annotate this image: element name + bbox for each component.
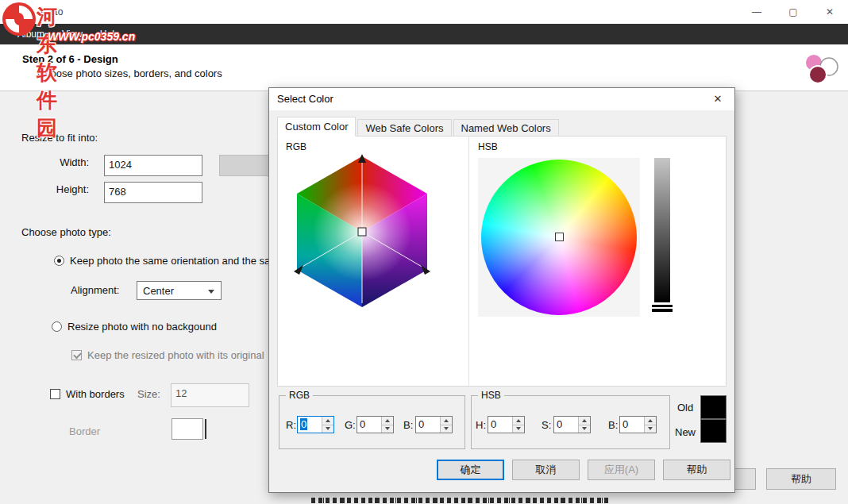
tab-web-safe-colors[interactable]: Web Safe Colors <box>357 119 451 137</box>
dialog-titlebar: Select Color ✕ <box>269 88 734 110</box>
brightness-slider[interactable] <box>654 158 670 302</box>
g-spinner: 0 <box>357 416 394 433</box>
h-label: H: <box>476 419 486 431</box>
photo-type-label: Choose photo type: <box>21 226 111 238</box>
rgb-section-label: RGB <box>286 141 306 152</box>
up-arrow-icon <box>326 419 330 422</box>
border-label: Border <box>69 425 100 437</box>
hsb-b-spinner: 0 <box>619 416 657 433</box>
checkbox-keep-original[interactable] <box>71 350 82 360</box>
apply-button[interactable]: 应用(A) <box>588 460 655 480</box>
hsb-b-spin-up[interactable] <box>645 417 656 425</box>
new-color-swatch <box>700 419 727 443</box>
up-arrow-icon <box>385 419 390 422</box>
b-value[interactable]: 0 <box>416 417 440 433</box>
tab-named-web-colors[interactable]: Named Web Colors <box>453 119 559 137</box>
cancel-button[interactable]: 取消 <box>512 460 580 480</box>
checkbox-keep-original-label: Keep the resized photo with its original <box>87 349 264 361</box>
g-value[interactable]: 0 <box>357 417 381 433</box>
clipped-text-fragment <box>311 498 610 503</box>
photos-circles-icon <box>800 51 842 86</box>
step-subtitle: Choose photo sizes, borders, and colors <box>37 67 222 79</box>
custom-color-panel: RGB <box>277 136 727 387</box>
h-spinner: 0 <box>488 416 525 433</box>
panel-divider <box>468 137 469 386</box>
alignment-label: Alignment: <box>71 284 119 296</box>
hsb-b-spin-down[interactable] <box>645 425 656 433</box>
b-label: B: <box>403 419 413 431</box>
r-spin-up[interactable] <box>322 417 333 425</box>
alignment-value: Center <box>143 285 174 297</box>
h-spin-down[interactable] <box>513 425 524 433</box>
titlebar: Photo — ▢ ✕ <box>0 0 848 24</box>
down-arrow-icon <box>444 427 449 430</box>
r-value[interactable]: 0 <box>298 417 322 433</box>
s-value[interactable]: 0 <box>554 417 578 433</box>
g-spin-down[interactable] <box>382 425 393 433</box>
down-arrow-icon <box>648 427 653 430</box>
b-spinner: 0 <box>415 416 453 433</box>
ok-button[interactable]: 确定 <box>437 460 504 480</box>
height-label: Height: <box>48 183 89 195</box>
alignment-select[interactable]: Center <box>137 281 222 300</box>
dialog-help-button[interactable]: 帮助 <box>663 460 730 480</box>
maximize-button[interactable]: ▢ <box>775 0 811 24</box>
s-label: S: <box>542 419 551 431</box>
up-arrow-icon <box>516 419 521 422</box>
border-color-swatch[interactable] <box>172 418 203 440</box>
hsb-b-label: B: <box>608 419 618 431</box>
r-label: R: <box>286 419 296 431</box>
hsb-wheel-area <box>478 158 640 317</box>
step-title: Step 2 of 6 - Design <box>22 53 118 65</box>
down-arrow-icon <box>516 427 521 430</box>
minimize-button[interactable]: — <box>738 0 775 24</box>
h-value[interactable]: 0 <box>488 417 512 433</box>
rgb-groupbox: RGB R: 0 G: 0 B: 0 <box>279 395 465 449</box>
hsb-section-label: HSB <box>478 141 498 152</box>
menubar: Album View Help <box>0 24 848 44</box>
tab-custom-color[interactable]: Custom Color <box>277 117 356 137</box>
wheel-marker[interactable] <box>555 233 564 241</box>
hsb-groupbox: HSB H: 0 S: 0 B: 0 <box>471 395 670 449</box>
h-spin-up[interactable] <box>513 417 524 425</box>
width-label: Width: <box>48 156 89 168</box>
radio-no-background-label[interactable]: Resize photo with no backgound <box>67 321 217 333</box>
width-input[interactable]: 1024 <box>104 155 202 176</box>
window-title: Photo <box>38 0 63 24</box>
cube-marker[interactable] <box>358 228 366 236</box>
close-button[interactable]: ✕ <box>811 0 848 24</box>
old-color-label: Old <box>677 402 693 414</box>
brightness-slider-handle[interactable] <box>652 305 673 312</box>
dialog-close-button[interactable]: ✕ <box>709 88 727 110</box>
b-spin-up[interactable] <box>441 417 452 425</box>
hsb-color-wheel[interactable] <box>481 160 637 315</box>
hsb-group-label: HSB <box>478 390 504 401</box>
s-spinner: 0 <box>553 416 591 433</box>
checkbox-with-borders-label[interactable]: With borders <box>66 388 125 400</box>
rgb-color-cube[interactable] <box>291 154 434 310</box>
r-spin-down[interactable] <box>322 425 333 433</box>
height-input[interactable]: 768 <box>104 182 202 203</box>
up-arrow-icon <box>582 419 587 422</box>
down-arrow-icon <box>582 427 587 430</box>
s-spin-up[interactable] <box>579 417 590 425</box>
radio-same-orientation[interactable] <box>54 256 64 266</box>
dialog-tabs: Custom Color Web Safe Colors Named Web C… <box>277 117 561 137</box>
main-help-button[interactable]: 帮助 <box>766 468 836 490</box>
up-arrow-icon <box>648 419 653 422</box>
menu-item-album[interactable]: Album <box>14 29 48 40</box>
dialog-title: Select Color <box>277 88 333 110</box>
radio-same-orientation-label[interactable]: Keep photo the same orientation and the … <box>70 255 270 267</box>
size-input[interactable]: 12 <box>171 383 249 407</box>
down-arrow-icon <box>385 427 390 430</box>
g-spin-up[interactable] <box>382 417 393 425</box>
hsb-b-value[interactable]: 0 <box>620 417 644 433</box>
b-spin-down[interactable] <box>441 425 452 433</box>
radio-no-background[interactable] <box>52 321 62 332</box>
old-color-swatch <box>700 395 727 419</box>
r-spinner: 0 <box>297 416 334 433</box>
menu-item-view[interactable]: View <box>59 29 86 40</box>
checkbox-with-borders[interactable] <box>50 389 60 399</box>
s-spin-down[interactable] <box>579 425 590 433</box>
menu-item-help[interactable]: Help <box>97 29 123 40</box>
